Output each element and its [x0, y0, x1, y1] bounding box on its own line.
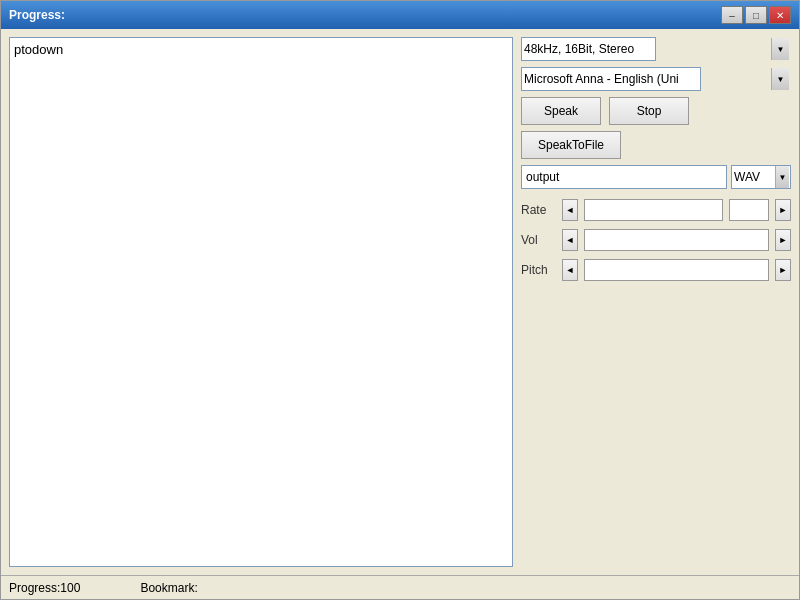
progress-value: rogress:100	[17, 581, 80, 595]
rate-slider-row: Rate ◄ ►	[521, 199, 791, 221]
speak-button[interactable]: Speak	[521, 97, 601, 125]
quality-dropdown-arrow-icon: ▼	[771, 38, 789, 60]
vol-label: Vol	[521, 233, 556, 247]
vol-decrease-button[interactable]: ◄	[562, 229, 578, 251]
pitch-slider-row: Pitch ◄ ►	[521, 259, 791, 281]
text-area-wrapper: ptodown	[9, 37, 513, 567]
pitch-decrease-button[interactable]: ◄	[562, 259, 578, 281]
output-filename-input[interactable]	[521, 165, 727, 189]
pitch-label: Pitch	[521, 263, 556, 277]
speak-to-file-button[interactable]: SpeakToFile	[521, 131, 621, 159]
format-dropdown[interactable]: WAV MP3	[731, 165, 791, 189]
maximize-button[interactable]: □	[745, 6, 767, 24]
rate-decrease-button[interactable]: ◄	[562, 199, 578, 221]
voice-dropdown[interactable]: Microsoft Anna - English (Uni	[521, 67, 701, 91]
bookmark-status: Bookmark:	[140, 581, 197, 595]
content-area: ptodown 48kHz, 16Bit, Stereo ▼ Microsoft…	[1, 29, 799, 575]
quality-select-row: 48kHz, 16Bit, Stereo ▼	[521, 37, 791, 61]
pitch-increase-button[interactable]: ►	[775, 259, 791, 281]
vol-slider-row: Vol ◄ ►	[521, 229, 791, 251]
quality-dropdown[interactable]: 48kHz, 16Bit, Stereo	[521, 37, 656, 61]
format-dropdown-wrapper: WAV MP3 ▼	[731, 165, 791, 189]
close-button[interactable]: ✕	[769, 6, 791, 24]
quality-dropdown-wrapper: 48kHz, 16Bit, Stereo ▼	[521, 37, 791, 61]
voice-dropdown-arrow-icon: ▼	[771, 68, 789, 90]
status-bar: Progress:100 Bookmark:	[1, 575, 799, 599]
pitch-slider-track[interactable]	[584, 259, 769, 281]
stop-button[interactable]: Stop	[609, 97, 689, 125]
progress-status: Progress:100	[9, 581, 80, 595]
main-text-input[interactable]: ptodown	[9, 37, 513, 567]
window-controls: – □ ✕	[721, 6, 791, 24]
rate-slider-track[interactable]	[584, 199, 723, 221]
title-bar: Progress: – □ ✕	[1, 1, 799, 29]
vol-slider-track[interactable]	[584, 229, 769, 251]
speak-to-file-row: SpeakToFile	[521, 131, 791, 159]
right-panel: 48kHz, 16Bit, Stereo ▼ Microsoft Anna - …	[521, 37, 791, 567]
vol-increase-button[interactable]: ►	[775, 229, 791, 251]
output-row: WAV MP3 ▼	[521, 165, 791, 189]
voice-select-row: Microsoft Anna - English (Uni ▼	[521, 67, 791, 91]
main-window: Progress: – □ ✕ ptodown 48kHz, 16Bit, St…	[0, 0, 800, 600]
rate-increase-button[interactable]: ►	[775, 199, 791, 221]
sliders-section: Rate ◄ ► Vol ◄ ► Pitch ◄	[521, 199, 791, 281]
window-title: Progress:	[9, 8, 65, 22]
progress-prefix: P	[9, 581, 17, 595]
voice-dropdown-wrapper: Microsoft Anna - English (Uni ▼	[521, 67, 791, 91]
speak-stop-row: Speak Stop	[521, 97, 791, 125]
minimize-button[interactable]: –	[721, 6, 743, 24]
rate-label: Rate	[521, 203, 556, 217]
rate-value-display	[729, 199, 769, 221]
